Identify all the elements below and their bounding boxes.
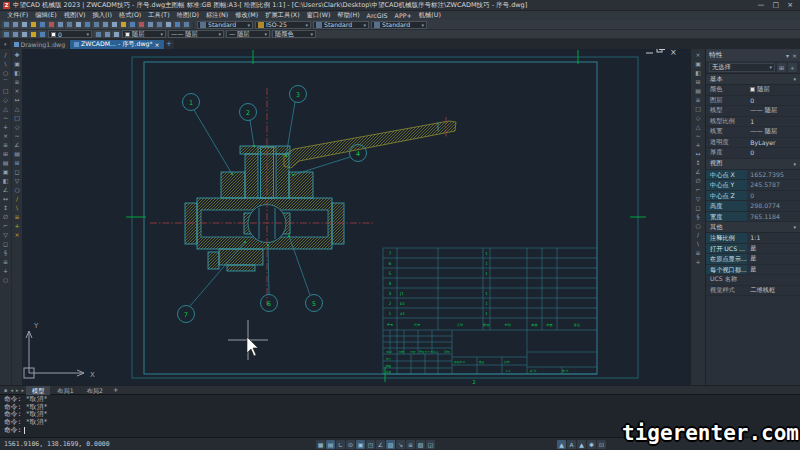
property-row[interactable]: 宽度765.1184 — [706, 212, 800, 223]
linetype-dropdown[interactable]: —— 随层▾ — [168, 30, 224, 38]
tool-icon[interactable]: ▽ — [13, 176, 22, 185]
tool-icon[interactable] — [164, 21, 172, 29]
tool-icon[interactable]: ▣ — [1, 167, 10, 176]
color-dropdown[interactable]: 随层▾ — [122, 30, 166, 38]
property-row[interactable]: 高度298.0774 — [706, 201, 800, 212]
status-toggle-icon[interactable]: ⊙ — [346, 440, 355, 449]
tool-icon[interactable]: ∅ — [694, 176, 703, 185]
tool-icon[interactable]: ≡ — [1, 140, 10, 149]
tool-icon[interactable]: ≡ — [1, 257, 10, 266]
tool-icon[interactable]: ▣ — [13, 59, 22, 68]
tool-icon[interactable] — [11, 30, 19, 38]
tool-icon[interactable] — [20, 30, 28, 38]
menu-item[interactable]: 窗口(W) — [304, 11, 334, 20]
tool-icon[interactable] — [110, 21, 118, 29]
layer-dropdown[interactable]: 0▾ — [48, 30, 92, 38]
tool-icon[interactable]: ⊞ — [694, 77, 703, 86]
tool-icon[interactable] — [74, 21, 82, 29]
tool-icon[interactable]: ▤ — [13, 149, 22, 158]
tool-icon[interactable]: / — [1, 50, 10, 59]
tool-icon[interactable]: ~ — [13, 131, 22, 140]
tool-icon[interactable] — [29, 21, 37, 29]
property-value[interactable]: 245.5787 — [747, 181, 800, 188]
property-row[interactable]: 线型—— 随层 — [706, 106, 800, 117]
tool-icon[interactable]: + — [13, 221, 22, 230]
add-layout-button[interactable]: + — [110, 386, 121, 394]
property-value[interactable]: 0 — [747, 97, 800, 104]
tab-xuhao-dwg[interactable]: ZWCADM... - 序号.dwg*× — [70, 40, 163, 49]
tool-icon[interactable] — [182, 21, 190, 29]
tool-icon[interactable]: × — [694, 50, 703, 59]
tool-icon[interactable]: × — [1, 131, 10, 140]
property-row[interactable]: 注释比例1:1 — [706, 233, 800, 244]
section-header[interactable]: 其他▾ — [706, 222, 800, 233]
tool-icon[interactable] — [101, 21, 109, 29]
status-toggle-icon[interactable]: ◲ — [426, 440, 435, 449]
menu-item[interactable]: 绘图(D) — [174, 11, 202, 20]
text-style-dropdown[interactable]: Standard▾ — [197, 21, 253, 29]
menu-item[interactable]: 视图(V) — [61, 11, 89, 20]
tool-icon[interactable]: ≡ — [694, 95, 703, 104]
tab-model[interactable]: 模型 — [26, 386, 50, 395]
property-value[interactable]: 1:1 — [747, 234, 800, 241]
menu-item[interactable]: 工具(T) — [145, 11, 172, 20]
property-row[interactable]: 线型比例1 — [706, 117, 800, 128]
tool-icon[interactable]: △ — [13, 104, 22, 113]
table-style-dropdown[interactable]: Standard▾ — [313, 21, 369, 29]
tool-icon[interactable]: ◇ — [1, 95, 10, 104]
tool-icon[interactable]: ◻ — [1, 239, 10, 248]
tool-icon[interactable] — [92, 21, 100, 29]
menu-item[interactable]: 插入(I) — [89, 11, 114, 20]
tool-icon[interactable]: ○ — [1, 68, 10, 77]
window-minimize-button[interactable]: — — [758, 0, 765, 10]
tool-icon[interactable]: ~ — [1, 113, 10, 122]
tool-icon[interactable]: ○ — [1, 275, 10, 284]
tool-icon[interactable]: ◧ — [13, 68, 22, 77]
property-row[interactable]: 颜色随层 — [706, 85, 800, 96]
property-row[interactable]: UCS 名称 — [706, 275, 800, 286]
tool-icon[interactable]: ∅ — [1, 212, 10, 221]
menu-item[interactable]: ArcGIS — [364, 12, 391, 19]
tool-icon[interactable]: ↕ — [694, 158, 703, 167]
tool-icon[interactable]: ○ — [694, 221, 703, 230]
tool-icon[interactable]: ◻ — [694, 203, 703, 212]
tool-icon[interactable]: ▤ — [1, 158, 10, 167]
tool-icon[interactable] — [103, 30, 111, 38]
doc-close-icon[interactable]: × — [670, 49, 677, 57]
tool-icon[interactable]: ~ — [694, 131, 703, 140]
property-row[interactable]: 中心点 Z0 — [706, 191, 800, 202]
property-row[interactable]: 每个视口都...是 — [706, 265, 800, 276]
tool-icon[interactable]: ◧ — [694, 68, 703, 77]
tool-icon[interactable]: ↔ — [694, 149, 703, 158]
tool-icon[interactable]: ∠ — [13, 140, 22, 149]
doc-restore-icon[interactable] — [660, 49, 665, 50]
tool-icon[interactable]: ⌒ — [1, 77, 10, 86]
status-toggle-icon[interactable]: ∠ — [376, 440, 385, 449]
tool-icon[interactable]: ∠ — [694, 167, 703, 176]
tool-icon[interactable]: ▽ — [694, 194, 703, 203]
tool-icon[interactable]: + — [694, 140, 703, 149]
status-toggle-icon[interactable]: ▦ — [316, 440, 325, 449]
menu-item[interactable]: 修改(M) — [232, 11, 261, 20]
tool-icon[interactable] — [119, 21, 127, 29]
tool-icon[interactable] — [20, 21, 28, 29]
prev-tab-icon[interactable]: ◂ — [9, 387, 14, 393]
last-tab-icon[interactable]: ▸ — [20, 387, 25, 393]
tool-icon[interactable]: + — [694, 257, 703, 266]
status-toggle-icon[interactable]: ▨ — [386, 440, 395, 449]
tool-icon[interactable]: ↕ — [1, 203, 10, 212]
status-toggle-icon[interactable]: ▣ — [356, 440, 365, 449]
tool-icon[interactable] — [83, 21, 91, 29]
tool-icon[interactable]: + — [1, 266, 10, 275]
status-toggle-icon[interactable]: ◳ — [366, 440, 375, 449]
tool-icon[interactable] — [137, 21, 145, 29]
tab-close-icon[interactable]: × — [155, 41, 160, 48]
mdi-window-buttons[interactable]: × — [646, 49, 677, 57]
tool-icon[interactable]: × — [13, 230, 22, 239]
status-toggle-icon[interactable]: A — [567, 440, 576, 449]
tool-icon[interactable]: ✚ — [13, 50, 22, 59]
menu-item[interactable]: 编辑(E) — [32, 11, 60, 20]
lineweight-dropdown[interactable]: — 随层▾ — [226, 30, 270, 38]
property-value[interactable]: 1652.7395 — [747, 171, 800, 178]
plotstyle-dropdown[interactable]: 随颜色▾ — [272, 30, 316, 38]
